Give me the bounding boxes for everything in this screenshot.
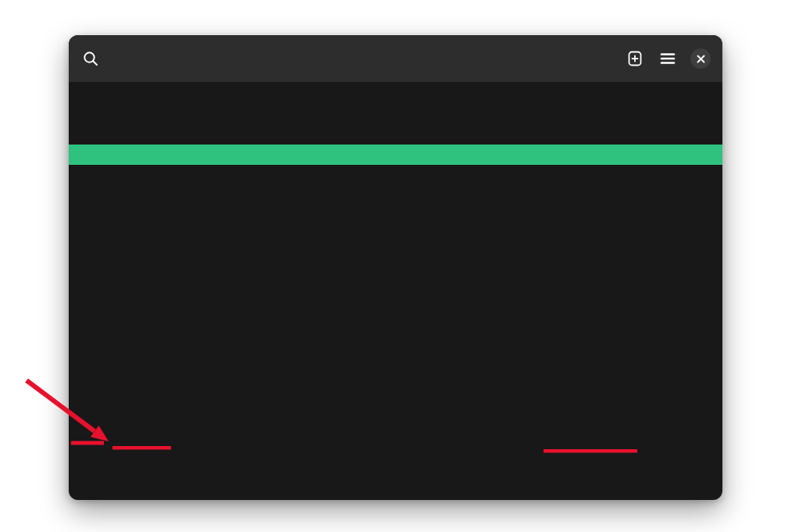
terminal[interactable] (69, 82, 722, 500)
close-icon (690, 48, 711, 69)
screen-tabs (77, 124, 714, 145)
menu-button[interactable] (657, 48, 679, 70)
table-header[interactable] (69, 145, 722, 165)
hamburger-menu-icon (660, 52, 676, 65)
close-button[interactable] (690, 48, 711, 70)
new-tab-icon (626, 50, 644, 67)
function-key-bar (69, 165, 722, 185)
titlebar (69, 35, 722, 82)
titlebar-actions (624, 48, 711, 70)
console-window (69, 35, 722, 500)
window-title-group (69, 44, 722, 47)
search-button[interactable] (80, 48, 102, 70)
search-icon (82, 50, 99, 67)
spacer-line (77, 104, 714, 124)
new-tab-button[interactable] (624, 48, 646, 70)
